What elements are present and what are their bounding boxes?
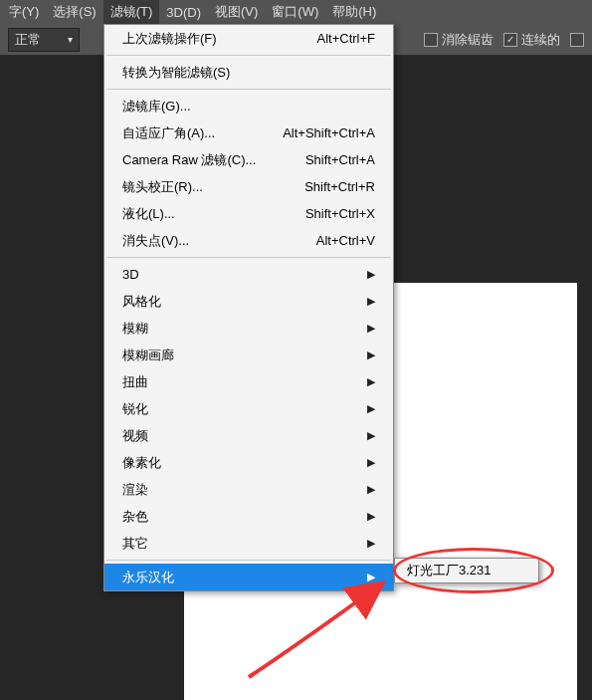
menu-item-shortcut: Alt+Shift+Ctrl+A — [283, 125, 375, 140]
menu-view[interactable]: 视图(V) — [208, 0, 265, 24]
menu-item-label: 自适应广角(A)... — [122, 124, 215, 142]
menu-window[interactable]: 窗口(W) — [265, 0, 325, 24]
menu-item-label: 液化(L)... — [122, 205, 175, 223]
antialias-label: 消除锯齿 — [442, 31, 493, 49]
menu-render-submenu[interactable]: 渲染 ▶ — [104, 476, 393, 503]
menu-separator — [106, 560, 391, 561]
menu-adaptive-wide-angle[interactable]: 自适应广角(A)... Alt+Shift+Ctrl+A — [104, 119, 393, 146]
blend-mode-dropdown[interactable]: 正常 ▾ — [8, 28, 80, 52]
partial-option[interactable] — [570, 33, 584, 47]
menu-blur-gallery-submenu[interactable]: 模糊画廊 ▶ — [104, 342, 393, 368]
menu-item-label: 扭曲 — [122, 373, 148, 391]
menu-item-label: 风格化 — [122, 293, 161, 311]
yongle-submenu-panel: 灯光工厂3.231 — [394, 558, 539, 583]
menu-item-label: 锐化 — [122, 400, 148, 418]
menu-video-submenu[interactable]: 视频 ▶ — [104, 422, 393, 449]
menu-blur-submenu[interactable]: 模糊 ▶ — [104, 315, 393, 342]
menu-convert-smart-filter[interactable]: 转换为智能滤镜(S) — [104, 59, 393, 86]
antialias-option[interactable]: 消除锯齿 — [424, 31, 493, 49]
submenu-arrow-icon: ▶ — [367, 429, 375, 442]
menu-lens-correction[interactable]: 镜头校正(R)... Shift+Ctrl+R — [104, 173, 393, 200]
checkbox-icon — [570, 33, 584, 47]
menu-other-submenu[interactable]: 其它 ▶ — [104, 530, 393, 557]
menu-yongle-submenu[interactable]: 永乐汉化 ▶ — [104, 564, 393, 590]
menu-type[interactable]: 字(Y) — [2, 0, 46, 24]
menu-noise-submenu[interactable]: 杂色 ▶ — [104, 503, 393, 530]
submenu-arrow-icon: ▶ — [367, 571, 375, 583]
menu-separator — [106, 257, 391, 258]
menu-liquify[interactable]: 液化(L)... Shift+Ctrl+X — [104, 200, 393, 227]
menu-item-label: 模糊画廊 — [122, 347, 174, 364]
menu-separator — [106, 55, 391, 56]
menu-item-label: 模糊 — [122, 320, 148, 338]
chevron-down-icon: ▾ — [68, 34, 73, 45]
checkbox-icon — [424, 33, 438, 47]
menu-3d-submenu[interactable]: 3D ▶ — [104, 261, 393, 288]
menu-vanishing-point[interactable]: 消失点(V)... Alt+Ctrl+V — [104, 227, 393, 254]
submenu-arrow-icon: ▶ — [367, 349, 375, 361]
menu-item-label: 视频 — [122, 427, 148, 445]
menu-help[interactable]: 帮助(H) — [325, 0, 383, 24]
menu-item-shortcut: Alt+Ctrl+V — [316, 233, 375, 248]
menu-item-label: 上次滤镜操作(F) — [122, 30, 217, 48]
menu-item-shortcut: Alt+Ctrl+F — [316, 31, 375, 46]
menu-separator — [106, 89, 391, 90]
menu-item-shortcut: Shift+Ctrl+A — [305, 152, 375, 167]
menu-filter[interactable]: 滤镜(T) — [103, 0, 160, 24]
submenu-arrow-icon: ▶ — [367, 510, 375, 523]
submenu-arrow-icon: ▶ — [367, 483, 375, 496]
menu-item-label: 消失点(V)... — [122, 232, 189, 250]
menu-select[interactable]: 选择(S) — [46, 0, 102, 24]
contiguous-option[interactable]: 连续的 — [503, 31, 560, 49]
submenu-arrow-icon: ▶ — [367, 375, 375, 388]
menu-item-label: 镜头校正(R)... — [122, 178, 203, 196]
menu-3d[interactable]: 3D(D) — [159, 2, 208, 23]
submenu-arrow-icon: ▶ — [367, 537, 375, 550]
menu-item-label: 永乐汉化 — [122, 569, 174, 586]
blend-mode-label: 正常 — [15, 31, 41, 49]
submenu-arrow-icon: ▶ — [367, 268, 375, 281]
menu-camera-raw[interactable]: Camera Raw 滤镜(C)... Shift+Ctrl+A — [104, 146, 393, 173]
submenu-arrow-icon: ▶ — [367, 456, 375, 469]
checkbox-checked-icon — [503, 33, 517, 47]
submenu-arrow-icon: ▶ — [367, 322, 375, 335]
menu-distort-submenu[interactable]: 扭曲 ▶ — [104, 368, 393, 395]
menu-item-label: 3D — [122, 267, 139, 282]
menubar: 字(Y) 选择(S) 滤镜(T) 3D(D) 视图(V) 窗口(W) 帮助(H) — [0, 0, 592, 24]
menu-item-label: 滤镜库(G)... — [122, 98, 191, 116]
menu-item-label: 渲染 — [122, 481, 148, 499]
menu-item-label: 其它 — [122, 535, 148, 553]
menu-last-filter[interactable]: 上次滤镜操作(F) Alt+Ctrl+F — [104, 25, 393, 52]
contiguous-label: 连续的 — [521, 31, 560, 49]
menu-pixelate-submenu[interactable]: 像素化 ▶ — [104, 449, 393, 476]
submenu-arrow-icon: ▶ — [367, 295, 375, 308]
menu-item-label: 转换为智能滤镜(S) — [122, 64, 230, 82]
menu-item-shortcut: Shift+Ctrl+R — [304, 179, 375, 194]
menu-item-label: 杂色 — [122, 508, 148, 526]
submenu-arrow-icon: ▶ — [367, 402, 375, 415]
submenu-item-light-factory[interactable]: 灯光工厂3.231 — [407, 562, 492, 580]
menu-item-label: Camera Raw 滤镜(C)... — [122, 151, 256, 169]
menu-stylize-submenu[interactable]: 风格化 ▶ — [104, 288, 393, 315]
menu-item-label: 像素化 — [122, 454, 161, 472]
menu-sharpen-submenu[interactable]: 锐化 ▶ — [104, 395, 393, 422]
menu-filter-gallery[interactable]: 滤镜库(G)... — [104, 93, 393, 119]
filter-menu: 上次滤镜操作(F) Alt+Ctrl+F 转换为智能滤镜(S) 滤镜库(G)..… — [103, 24, 394, 591]
menu-item-shortcut: Shift+Ctrl+X — [305, 206, 375, 221]
